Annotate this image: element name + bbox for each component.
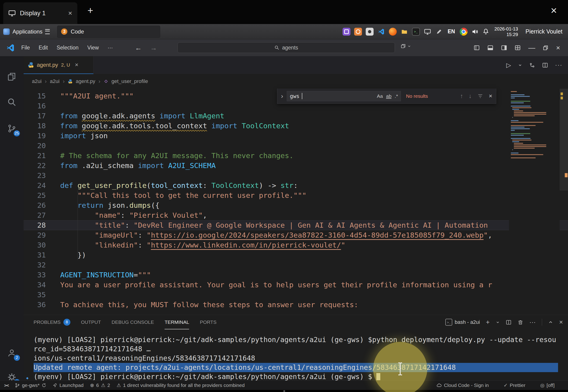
terminal-line[interactable]: (myenv) [LOAS2] pierrick@pierrick:~/git/…	[33, 335, 568, 344]
code-line[interactable]: 28 "title": "DevRel Engineer @ Google Wo…	[24, 220, 568, 230]
language-indicator[interactable]: EN	[448, 28, 455, 35]
terminal-shell-chip[interactable]: >_ bash - a2ui	[445, 319, 480, 326]
source-control-icon[interactable]: 25	[0, 121, 24, 136]
remote-indicator[interactable]: ><	[4, 382, 8, 388]
customize-layout-icon[interactable]	[515, 45, 521, 51]
new-tab-button[interactable]: +	[88, 5, 93, 16]
close-button[interactable]: ×	[556, 44, 560, 52]
code-line[interactable]: 21# The schema for any A2UI message. Thi…	[24, 151, 568, 161]
toggle-secondary-sidebar-icon[interactable]	[501, 45, 507, 51]
menu-more[interactable]: ···	[108, 45, 113, 51]
git-compare-icon[interactable]	[529, 62, 535, 68]
code-line[interactable]: 31 })	[24, 250, 568, 260]
code-line[interactable]: 24def get_user_profile(tool_context: Too…	[24, 181, 568, 190]
code-line[interactable]: 23	[24, 170, 568, 181]
code-line[interactable]: 27 "name": "Pierrick Voulet",	[24, 210, 568, 220]
run-dropdown-icon[interactable]	[518, 63, 522, 67]
split-editor-icon[interactable]	[542, 62, 548, 68]
terminal-app-icon[interactable]: >_	[412, 28, 420, 36]
find-expand-icon[interactable]: ›	[281, 92, 283, 100]
code-line[interactable]: 29 "imageUrl": "https://io.google/2024/s…	[24, 230, 568, 240]
forward-button[interactable]: →	[150, 44, 157, 52]
restore-button[interactable]	[542, 45, 549, 51]
regex-button[interactable]: .*	[395, 93, 398, 99]
terminal-output[interactable]: (myenv) [LOAS2] pierrick@pierrick:~/git/…	[33, 335, 568, 381]
chrome-icon[interactable]	[460, 28, 467, 36]
account-icon[interactable]: 2	[0, 346, 24, 360]
maximize-panel-icon[interactable]	[548, 320, 553, 325]
tab-output[interactable]: OUTPUT	[81, 315, 101, 329]
more-actions-icon[interactable]: ···	[555, 61, 562, 69]
tab-debug-console[interactable]: DEBUG CONSOLE	[112, 315, 154, 329]
match-case-button[interactable]: Aa	[377, 93, 383, 99]
code-line[interactable]: 32	[24, 260, 568, 270]
clock[interactable]: 2026-01-13 15:29	[494, 26, 518, 37]
launchpad-status[interactable]: Launchpad	[53, 382, 84, 388]
code-line[interactable]: 35	[24, 290, 568, 300]
code-line[interactable]: 22from .a2ui_schema import A2UI_SCHEMA	[24, 161, 568, 170]
window-button-code[interactable]: 3 Code	[57, 26, 160, 38]
code-editor[interactable]: 15"""A2UI agent."""1617from google.adk.a…	[24, 89, 568, 315]
find-close-icon[interactable]: ×	[489, 92, 492, 100]
new-terminal-button[interactable]: +	[486, 319, 490, 326]
kill-terminal-icon[interactable]	[518, 320, 523, 325]
display-tab[interactable]: Display 1 ×	[3, 2, 77, 24]
viewer-close-button[interactable]: ×	[551, 4, 557, 17]
vscode-tray-icon[interactable]	[377, 28, 385, 36]
toggle-panel-icon[interactable]	[487, 45, 493, 51]
tab-problems[interactable]: PROBLEMS 8	[33, 315, 70, 329]
screenshot-app-icon[interactable]	[354, 28, 362, 36]
volume-icon[interactable]	[471, 28, 479, 35]
menu-file[interactable]: File	[21, 45, 30, 51]
run-python-file-button[interactable]: ▷	[506, 61, 511, 69]
next-match-button[interactable]: ↓	[469, 92, 472, 100]
code-line[interactable]: 26 return json.dumps({	[24, 200, 568, 210]
minimap[interactable]	[509, 89, 560, 315]
breadcrumb-symbol[interactable]: get_user_profile	[112, 78, 148, 84]
terminal-line[interactable]: ions/us-central1/reasoningEngines/583463…	[33, 354, 568, 363]
duplicate-window-icon[interactable]	[400, 43, 411, 49]
tab-agent-py[interactable]: agent.py 2, U ×	[24, 56, 93, 74]
git-branch-status[interactable]: ge-gws*	[15, 382, 46, 388]
display-settings-icon[interactable]	[424, 28, 432, 36]
chat-app-icon[interactable]	[343, 28, 350, 36]
terminal-line[interactable]: (myenv) [LOAS2] pierrick@pierrick:~/git/…	[33, 372, 568, 381]
user-menu[interactable]: Pierrick Voulet	[525, 28, 562, 35]
panel-more-icon[interactable]: ···	[529, 319, 536, 326]
code-line[interactable]: 20	[24, 141, 568, 151]
files-icon[interactable]	[400, 28, 408, 36]
find-input[interactable]: gws Aa ab .*	[287, 91, 401, 101]
find-in-selection-icon[interactable]	[477, 93, 483, 99]
problems-status[interactable]: ⊗ 6 ⚠ 2	[90, 382, 110, 388]
code-line[interactable]: 18from google.adk.tools.tool_context imp…	[24, 121, 568, 131]
back-button[interactable]: ←	[135, 44, 142, 52]
toggle-sidebar-icon[interactable]	[474, 45, 480, 51]
applications-menu[interactable]: Applications	[3, 28, 50, 35]
explorer-icon[interactable]	[0, 69, 24, 84]
code-line[interactable]: 17from google.adk.agents import LlmAgent	[24, 111, 568, 121]
menu-selection[interactable]: Selection	[57, 45, 79, 51]
previous-match-button[interactable]: ↑	[460, 92, 463, 100]
bell-icon[interactable]	[482, 28, 489, 35]
camera-icon[interactable]	[366, 28, 374, 36]
terminal-line[interactable]: Updated remote agent: projects/a2ui-agen…	[33, 363, 558, 372]
firefox-icon[interactable]	[389, 28, 397, 36]
breadcrumb-agent-py[interactable]: agent.py	[76, 78, 95, 84]
screencast-status[interactable]: ◎ [off]	[540, 382, 554, 388]
code-line[interactable]: 34You are a user profile assistant. Your…	[24, 280, 568, 290]
split-terminal-icon[interactable]	[506, 320, 511, 325]
prettier-status[interactable]: ✓ Prettier	[504, 382, 525, 388]
tab-terminal[interactable]: TERMINAL	[164, 315, 189, 329]
breadcrumb-a2ui-2[interactable]: a2ui	[50, 78, 60, 84]
tab-ports[interactable]: PORTS	[200, 315, 216, 329]
code-line[interactable]: 19import json	[24, 131, 568, 141]
pen-icon[interactable]	[435, 28, 443, 36]
menu-view[interactable]: View	[87, 45, 99, 51]
terminal-dropdown-icon[interactable]	[496, 320, 500, 324]
search-icon[interactable]	[0, 95, 24, 110]
code-line[interactable]: 36To achieve this, you MUST follow these…	[24, 300, 568, 310]
code-line[interactable]: 33AGENT_INSTRUCTION="""	[24, 270, 568, 280]
breadcrumb-a2ui[interactable]: a2ui	[32, 78, 42, 84]
minimize-button[interactable]: —	[528, 44, 535, 52]
close-panel-icon[interactable]: ×	[559, 319, 563, 326]
